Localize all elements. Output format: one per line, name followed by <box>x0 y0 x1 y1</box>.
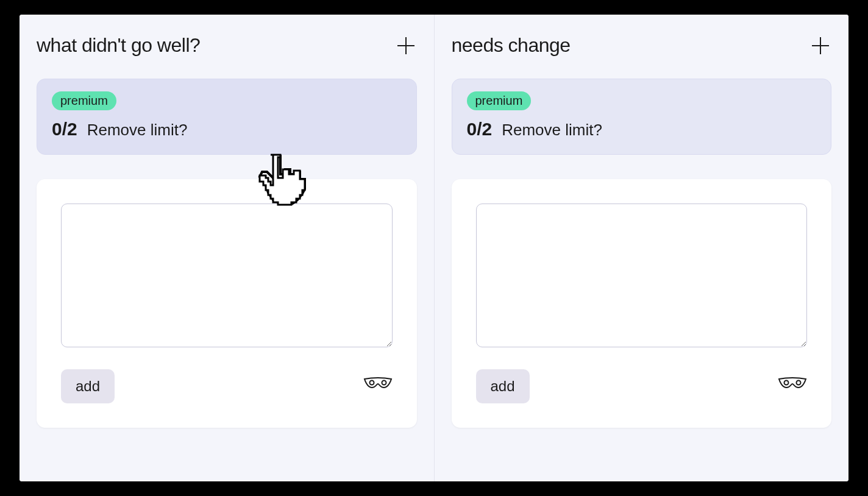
column-title: what didn't go well? <box>37 34 200 57</box>
mask-icon <box>363 377 393 391</box>
card-textarea[interactable] <box>476 204 808 347</box>
card-footer: add <box>61 369 393 403</box>
svg-point-6 <box>784 381 789 385</box>
column-header: needs change <box>452 34 832 57</box>
plus-icon <box>395 35 417 57</box>
add-button[interactable]: add <box>476 369 530 403</box>
add-card-button[interactable] <box>395 35 417 57</box>
column-header: what didn't go well? <box>37 34 417 57</box>
premium-badge: premium <box>467 91 532 110</box>
mask-icon <box>778 377 807 391</box>
column-title: needs change <box>452 34 571 57</box>
remove-limit-text: Remove limit? <box>87 121 188 140</box>
column-needs-change: needs change premium 0/2 Remove limit? a… <box>435 15 849 481</box>
premium-row: 0/2 Remove limit? <box>52 119 402 140</box>
retro-board: what didn't go well? premium 0/2 Remove … <box>20 15 848 481</box>
plus-icon <box>809 35 831 57</box>
card-footer: add <box>476 369 808 403</box>
anonymous-toggle[interactable] <box>363 377 393 396</box>
premium-row: 0/2 Remove limit? <box>467 119 817 140</box>
svg-point-2 <box>369 381 374 385</box>
premium-badge: premium <box>52 91 116 110</box>
remove-limit-text: Remove limit? <box>502 121 602 140</box>
card-textarea[interactable] <box>61 204 393 347</box>
premium-upsell-banner[interactable]: premium 0/2 Remove limit? <box>37 79 417 155</box>
column-what-didnt-go-well: what didn't go well? premium 0/2 Remove … <box>20 15 435 481</box>
add-button[interactable]: add <box>61 369 115 403</box>
anonymous-toggle[interactable] <box>778 377 807 396</box>
add-card-button[interactable] <box>809 35 831 57</box>
input-card: add <box>452 179 832 428</box>
limit-count: 0/2 <box>52 119 77 140</box>
premium-upsell-banner[interactable]: premium 0/2 Remove limit? <box>452 79 832 155</box>
limit-count: 0/2 <box>467 119 493 140</box>
svg-point-3 <box>382 381 386 385</box>
svg-point-7 <box>797 381 801 385</box>
input-card: add <box>37 179 417 428</box>
